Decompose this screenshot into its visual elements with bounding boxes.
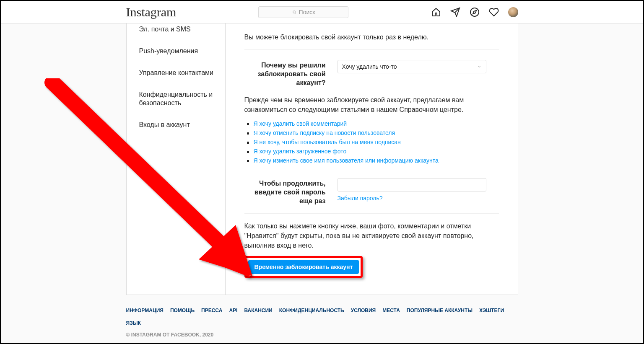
- help-link[interactable]: Я хочу изменить свое имя пользователя ил…: [254, 157, 439, 164]
- reason-row: Почему вы решили заблокировать свой акка…: [244, 60, 499, 87]
- footer: Информация Помощь Пресса API Вакансии Ко…: [126, 308, 518, 338]
- search-placeholder: Поиск: [299, 9, 315, 16]
- help-link[interactable]: Я хочу отменить подписку на новости поль…: [254, 129, 395, 136]
- nav-icons: [431, 7, 518, 17]
- settings-sidebar: Эл. почта и SMS Push-уведомления Управле…: [127, 23, 226, 295]
- footer-links: Информация Помощь Пресса API Вакансии Ко…: [126, 308, 518, 326]
- svg-marker-4: [473, 10, 476, 14]
- footer-link[interactable]: Информация: [126, 308, 164, 313]
- footer-link[interactable]: Популярные аккаунты: [407, 308, 473, 313]
- main-content: Вы можете блокировать свой аккаунт тольк…: [226, 23, 518, 295]
- sidebar-item-push[interactable]: Push-уведомления: [127, 40, 225, 62]
- final-text: Как только вы нажмете кнопку ниже, ваши …: [244, 221, 499, 251]
- help-link[interactable]: Я не хочу, чтобы пользователь был на мен…: [254, 139, 401, 145]
- footer-link[interactable]: Язык: [126, 320, 141, 326]
- list-item: Я не хочу, чтобы пользователь был на мен…: [254, 139, 499, 145]
- password-input[interactable]: [338, 178, 486, 191]
- footer-link[interactable]: Помощь: [170, 308, 195, 313]
- list-item: Я хочу удалить свой комментарий: [254, 120, 499, 127]
- direct-icon[interactable]: [450, 7, 460, 17]
- reason-selected-value: Хочу удалить что-то: [342, 63, 397, 70]
- reason-label: Почему вы решили заблокировать свой акка…: [244, 60, 326, 87]
- sidebar-item-label: Входы в аккаунт: [139, 121, 190, 128]
- sidebar-item-logins[interactable]: Входы в аккаунт: [127, 114, 225, 136]
- svg-line-1: [295, 13, 296, 13]
- list-item: Я хочу отменить подписку на новости поль…: [254, 129, 499, 136]
- sidebar-item-label: Эл. почта и SMS: [139, 26, 191, 33]
- divider: [244, 213, 499, 214]
- password-label: Чтобы продолжить, введите свой пароль ещ…: [244, 178, 326, 205]
- list-item: Я хочу удалить загруженное фото: [254, 148, 499, 155]
- copyright: © Instagram от Facebook, 2020: [126, 332, 518, 338]
- sidebar-item-label: Push-уведомления: [139, 47, 198, 54]
- footer-link[interactable]: Конфиденциальность: [279, 308, 344, 313]
- sidebar-item-contacts[interactable]: Управление контактами: [127, 62, 225, 84]
- footer-link[interactable]: Вакансии: [244, 308, 272, 313]
- home-icon[interactable]: [431, 7, 441, 17]
- avatar[interactable]: [508, 7, 518, 17]
- search-input[interactable]: Поиск: [258, 6, 348, 18]
- explore-icon[interactable]: [470, 7, 480, 17]
- help-links-list: Я хочу удалить свой комментарий Я хочу о…: [254, 120, 499, 164]
- limit-text: Вы можете блокировать свой аккаунт тольк…: [244, 33, 499, 42]
- help-link[interactable]: Я хочу удалить загруженное фото: [254, 148, 347, 155]
- sidebar-item-label: Конфиденциальность и безопасность: [139, 91, 213, 106]
- list-item: Я хочу изменить свое имя пользователя ил…: [254, 157, 499, 164]
- deactivate-button[interactable]: Временно заблокировать аккаунт: [248, 260, 359, 274]
- highlight-annotation: Временно заблокировать аккаунт: [244, 256, 363, 278]
- sidebar-item-privacy[interactable]: Конфиденциальность и безопасность: [127, 84, 225, 114]
- footer-link[interactable]: Места: [382, 308, 400, 313]
- search-icon: [292, 10, 296, 14]
- brand-logo[interactable]: Instagram: [126, 6, 177, 18]
- footer-link[interactable]: Условия: [351, 308, 376, 313]
- top-bar: Instagram Поиск: [1, 1, 643, 23]
- help-link[interactable]: Я хочу удалить свой комментарий: [254, 120, 347, 127]
- footer-link[interactable]: Пресса: [201, 308, 222, 313]
- forgot-password-link[interactable]: Забыли пароль?: [338, 195, 383, 202]
- chevron-down-icon: [477, 64, 482, 69]
- footer-link[interactable]: Хэштеги: [479, 308, 504, 313]
- sidebar-item-email-sms[interactable]: Эл. почта и SMS: [127, 23, 225, 40]
- settings-card: Эл. почта и SMS Push-уведомления Управле…: [126, 23, 518, 295]
- sidebar-item-label: Управление контактами: [139, 69, 214, 76]
- reason-select[interactable]: Хочу удалить что-то: [338, 60, 486, 73]
- heart-icon[interactable]: [489, 7, 499, 17]
- divider: [244, 49, 499, 50]
- pre-help-text: Прежде чем вы временно заблокируете свой…: [244, 95, 499, 114]
- password-row: Чтобы продолжить, введите свой пароль ещ…: [244, 178, 499, 205]
- svg-point-3: [470, 8, 479, 16]
- footer-link[interactable]: API: [229, 308, 237, 313]
- sidebar-item-emails[interactable]: [127, 136, 225, 149]
- svg-point-0: [293, 10, 295, 13]
